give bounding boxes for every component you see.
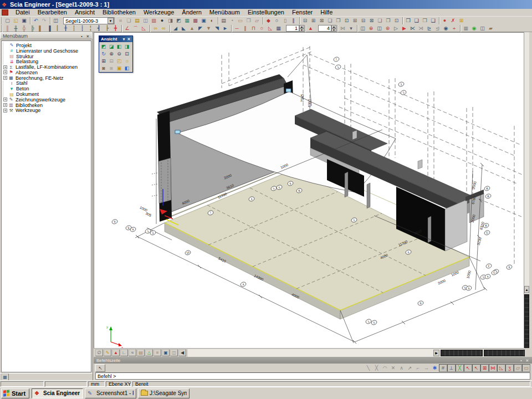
sel5-icon[interactable]: ▷ xyxy=(392,25,400,32)
move3-icon[interactable]: ◤ xyxy=(196,25,204,32)
tree-item-grid[interactable]: #Linienraster und Geschosse xyxy=(3,48,91,54)
menu-datei[interactable]: Datei xyxy=(12,9,34,16)
clip-icon[interactable]: ◰ xyxy=(115,57,123,64)
polyline-icon[interactable]: ⊓ xyxy=(249,25,258,32)
layer3-icon[interactable]: ⊠ xyxy=(318,17,326,24)
view-palette-header[interactable]: Ansicht ▾ ✕ xyxy=(99,36,132,42)
vertical-scrollbar[interactable]: ▲ xyxy=(524,32,529,348)
sel9-icon[interactable]: ⊵ xyxy=(425,25,433,32)
print-icon[interactable]: ▤ xyxy=(219,17,228,24)
layer1-icon[interactable]: ⊟ xyxy=(301,17,309,24)
gridtool-icon[interactable]: ▦ xyxy=(274,25,283,32)
paste-icon[interactable]: ◫ xyxy=(141,17,150,24)
snap-axis-icon[interactable]: ⊥ xyxy=(447,364,456,372)
sel12-icon[interactable]: ＋ xyxy=(450,25,458,32)
close-icon[interactable]: ✕ xyxy=(85,33,91,39)
snap-del-icon[interactable]: ✕ xyxy=(389,364,397,372)
sel2-icon[interactable]: ⊕ xyxy=(367,25,375,32)
sel7-icon[interactable]: ⋉ xyxy=(408,25,417,32)
move2-icon[interactable]: ◣ xyxy=(180,25,188,32)
newwin-icon[interactable]: ❑ xyxy=(429,17,437,24)
column-icon[interactable]: ║ xyxy=(3,25,12,32)
arrange-icon[interactable]: ❒ xyxy=(421,17,429,24)
sel11-icon[interactable]: ◉ xyxy=(442,25,450,32)
gallery-icon[interactable]: ▤ xyxy=(133,17,141,24)
save-icon[interactable]: ▣ xyxy=(20,17,28,24)
perspective-icon[interactable]: ∅ xyxy=(95,349,103,356)
snap-node-icon[interactable]: ⋈ xyxy=(489,364,497,372)
arc-support-icon[interactable]: ⌒ xyxy=(131,25,140,32)
start-button[interactable]: Start xyxy=(1,388,29,398)
frame-icon[interactable]: ╬ xyxy=(20,25,28,32)
delete-icon[interactable]: ✗ xyxy=(449,17,457,24)
zoom-in-icon[interactable]: ⊕ xyxy=(108,50,115,57)
cascade-icon[interactable]: ❒ xyxy=(404,17,412,24)
sel6-icon[interactable]: ▶ xyxy=(400,25,408,32)
dot-icon[interactable]: ◉ xyxy=(470,25,478,32)
menu-einstellungen[interactable]: Einstellungen xyxy=(244,9,288,16)
layer-spinner[interactable]: 4▲▼ xyxy=(318,25,336,32)
tree-item-project[interactable]: ✎Projekt xyxy=(3,43,91,48)
snap-cursor-icon[interactable]: ✱ xyxy=(431,364,439,372)
image-icon[interactable]: ▧ xyxy=(150,17,158,24)
menu-werkzeuge[interactable]: Werkzeuge xyxy=(140,9,178,16)
layer6-icon[interactable]: ⊡ xyxy=(342,17,351,24)
pin-icon[interactable]: ▪ xyxy=(518,357,524,363)
sel10-icon[interactable]: ⊴ xyxy=(433,25,442,32)
angle-icon[interactable]: ∟ xyxy=(120,349,128,356)
tree-item-drawing[interactable]: +✎Zeichnungswerkzeuge xyxy=(3,97,91,103)
menu-ansicht[interactable]: Ansicht xyxy=(71,9,99,16)
addfolder-icon[interactable]: ⊞ xyxy=(457,17,466,24)
drop-icon[interactable]: ▾ xyxy=(347,25,355,32)
mdi-document-icon[interactable] xyxy=(2,9,8,16)
tree-item-loadcases[interactable]: +ΣLastfälle, LF-Kombinationen xyxy=(3,64,91,70)
tree-item-steel[interactable]: IStahl xyxy=(3,81,91,86)
sphere-icon[interactable]: ● xyxy=(158,17,166,24)
command-input[interactable]: Befehl > xyxy=(95,372,530,380)
link1-icon[interactable]: ∞ xyxy=(151,25,160,32)
play-icon[interactable]: ► xyxy=(221,25,229,32)
expand-icon[interactable]: + xyxy=(3,109,7,112)
snap-perp-icon[interactable]: ◺ xyxy=(497,364,505,372)
filter-icon[interactable]: ⋈ xyxy=(339,25,347,32)
wave-icon[interactable]: ≈ xyxy=(129,349,136,356)
undo-icon[interactable]: ↶ xyxy=(32,17,40,24)
pillar-icon[interactable]: ┃ xyxy=(53,25,62,32)
snap-tan-icon[interactable]: ʒ xyxy=(505,364,514,372)
view-iso-icon[interactable]: ◩ xyxy=(100,43,108,50)
snap-curve-icon[interactable]: → xyxy=(422,364,431,372)
triangle-icon[interactable]: ◺ xyxy=(266,25,274,32)
slab-icon[interactable]: ▐ xyxy=(45,25,53,32)
rib-icon[interactable]: ┇ xyxy=(70,25,78,32)
scrollleft-icon[interactable]: ◀ xyxy=(178,349,186,356)
snap-dir-icon[interactable]: ↗ xyxy=(406,364,414,372)
menu-bibliotheken[interactable]: Bibliotheken xyxy=(99,9,140,16)
sheet-icon[interactable]: ▱ xyxy=(253,17,261,24)
cut-icon[interactable]: ╋ xyxy=(111,25,120,32)
scroll-up-icon[interactable]: ▲ xyxy=(524,286,529,293)
snap-vert-icon[interactable]: ∧ xyxy=(397,364,406,372)
task-button[interactable]: ✎Screenshot1 - Paint xyxy=(85,388,136,398)
tree-item-load[interactable]: ⇊Belastung xyxy=(3,59,91,64)
joint1-icon[interactable]: ┫ xyxy=(95,25,103,32)
marker-icon[interactable]: ◆ xyxy=(264,17,273,24)
table-icon[interactable]: ▩ xyxy=(191,17,200,24)
menu-ändern[interactable]: Ändern xyxy=(178,9,205,16)
grid2-icon[interactable]: ▦ xyxy=(462,25,470,32)
hinge-icon[interactable]: ∠ xyxy=(123,25,131,32)
tree-item-absence[interactable]: +⚑Absenzen xyxy=(3,70,91,75)
pen-icon[interactable]: ✎ xyxy=(104,349,111,356)
light-icon[interactable]: ☼ xyxy=(123,57,131,64)
tree-item-structure[interactable]: ▤Struktur xyxy=(3,54,91,59)
snap-int-icon[interactable]: ⊠ xyxy=(480,364,489,372)
snap-line-icon[interactable]: ╲ xyxy=(364,364,372,372)
snap-end1-icon[interactable]: ↖ xyxy=(464,364,472,372)
docs-icon[interactable]: ▭ xyxy=(236,17,244,24)
new-icon[interactable]: ▢ xyxy=(3,17,12,24)
dock-footer-icon[interactable]: ▦ xyxy=(1,374,9,381)
layer9-icon[interactable]: ⊠ xyxy=(367,17,376,24)
task-button[interactable]: ❖Scia Engineer - [Segel... xyxy=(32,388,83,398)
crossbeam-icon[interactable]: ╂ xyxy=(62,25,70,32)
layers-icon[interactable]: ◨ xyxy=(166,17,175,24)
tri-icon[interactable]: ▲ xyxy=(112,349,120,356)
